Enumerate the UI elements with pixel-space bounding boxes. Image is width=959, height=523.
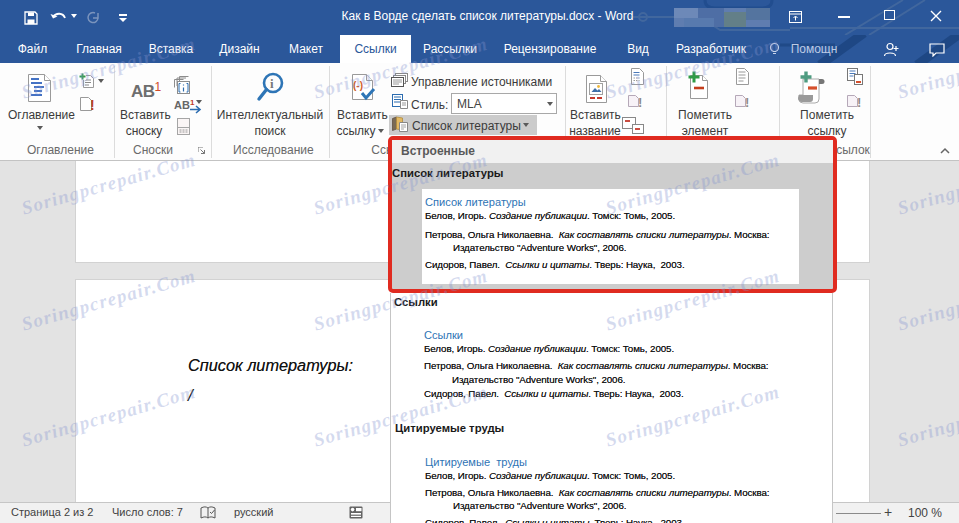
svg-text:!: ! (745, 95, 749, 110)
svg-text:!: ! (638, 95, 642, 110)
svg-text:i: i (270, 76, 274, 91)
svg-text:(-): (-) (353, 80, 363, 91)
svg-text:!: ! (857, 95, 861, 110)
svg-text:!: ! (90, 97, 95, 113)
